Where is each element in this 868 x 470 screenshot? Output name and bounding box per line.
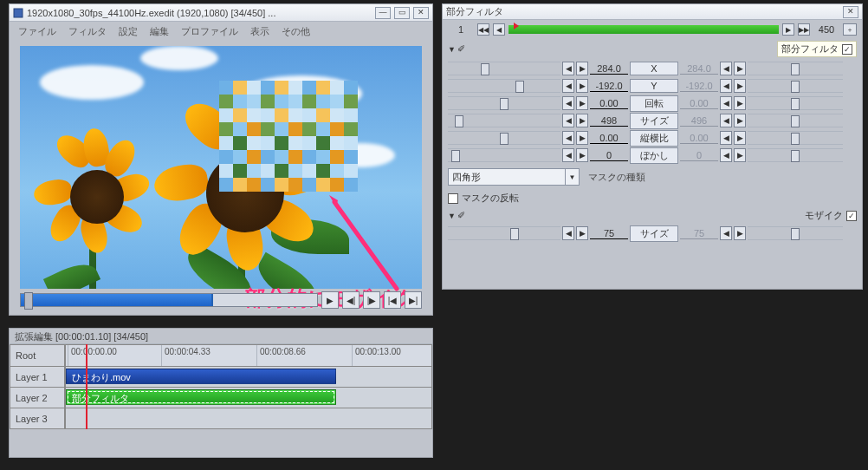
filter-clip[interactable]: 部分フィルタ [66, 389, 336, 405]
mosaic-size-value-left[interactable]: 75 [590, 228, 628, 239]
param-value-right[interactable]: 0 [680, 150, 718, 161]
param-value-left[interactable]: 0.00 [590, 133, 628, 144]
param-inc[interactable]: ▶ [576, 114, 588, 127]
frame-next-end-button[interactable]: ▶▶ [798, 23, 810, 36]
param-dec-r[interactable]: ◀ [720, 96, 732, 110]
param-label-button[interactable]: サイズ [630, 113, 678, 129]
param-value-right[interactable]: 284.0 [680, 63, 718, 75]
param-inc-r[interactable]: ▶ [734, 62, 746, 75]
param-dec[interactable]: ◀ [562, 96, 574, 110]
param-inc-r[interactable]: ▶ [734, 114, 746, 127]
param-value-left[interactable]: -192.0 [590, 81, 628, 92]
timeline-root-button[interactable]: Root [10, 344, 65, 367]
mosaic-size-inc[interactable]: ▶ [576, 226, 588, 240]
frame-next-button[interactable]: ▶ [782, 23, 794, 36]
menu-profile[interactable]: プロファイル [176, 23, 243, 40]
param-slider-right[interactable] [748, 62, 843, 75]
param-label-button[interactable]: ぼかし [630, 147, 678, 164]
param-label-button[interactable]: Y [630, 79, 678, 93]
menu-view[interactable]: 表示 [245, 23, 275, 40]
step-back-button[interactable]: ◀| [342, 291, 360, 309]
param-label-button[interactable]: 縦横比 [630, 130, 678, 147]
param-slider-left[interactable] [448, 131, 560, 145]
param-value-right[interactable]: 496 [680, 115, 718, 127]
param-value-right[interactable]: -192.0 [680, 81, 718, 92]
param-label-button[interactable]: 回転 [630, 95, 678, 112]
param-dec-r[interactable]: ◀ [720, 148, 732, 162]
param-slider-left[interactable] [448, 148, 560, 162]
scrub-slider[interactable] [20, 293, 318, 307]
param-dec-r[interactable]: ◀ [720, 114, 732, 127]
param-dec[interactable]: ◀ [562, 131, 574, 145]
mosaic-size-dec[interactable]: ◀ [562, 226, 574, 240]
param-dec[interactable]: ◀ [562, 62, 574, 75]
param-value-left[interactable]: 0 [590, 150, 628, 161]
param-slider-right[interactable] [748, 131, 843, 145]
frame-prev-start-button[interactable]: ◀◀ [477, 23, 489, 36]
param-inc[interactable]: ▶ [576, 148, 588, 162]
step-fwd-button[interactable]: |▶ [363, 291, 380, 309]
menu-filter[interactable]: フィルタ [63, 23, 112, 40]
param-slider-right[interactable] [748, 79, 843, 93]
menu-edit[interactable]: 編集 [145, 23, 174, 40]
maximize-button[interactable]: ▭ [394, 7, 410, 19]
param-dec-r[interactable]: ◀ [720, 62, 732, 75]
param-slider-left[interactable] [448, 114, 560, 127]
menu-settings[interactable]: 設定 [113, 23, 143, 40]
minimize-button[interactable]: ― [375, 7, 391, 19]
dropdown-icon[interactable]: ▼ [565, 169, 579, 185]
collapse-icon[interactable]: ▼ [448, 45, 456, 54]
mosaic-size-dec-r[interactable]: ◀ [720, 226, 732, 240]
layer-label[interactable]: Layer 3 [10, 408, 65, 429]
mosaic-size-inc-r[interactable]: ▶ [734, 226, 746, 240]
frame-prev-button[interactable]: ◀ [493, 23, 505, 36]
mosaic-size-slider-right[interactable] [748, 226, 843, 240]
param-slider-right[interactable] [748, 114, 843, 127]
param-slider-right[interactable] [748, 148, 843, 162]
time-ruler[interactable]: 00:00:00.00 00:00:04.33 00:00:08.66 00:0… [65, 344, 432, 367]
mask-invert-checkbox[interactable] [448, 193, 458, 204]
param-dec[interactable]: ◀ [562, 114, 574, 127]
param-slider-left[interactable] [448, 79, 560, 93]
param-slider-left[interactable] [448, 62, 560, 75]
param-inc-r[interactable]: ▶ [734, 79, 746, 93]
param-value-right[interactable]: 0.00 [680, 133, 718, 144]
param-dec-r[interactable]: ◀ [720, 79, 732, 93]
filter-close-button[interactable]: ✕ [843, 6, 858, 18]
layer-3-track[interactable] [65, 408, 432, 429]
param-inc-r[interactable]: ▶ [734, 96, 746, 110]
collapse-icon[interactable]: ▼ [448, 212, 456, 220]
param-inc[interactable]: ▶ [576, 62, 588, 75]
param-inc[interactable]: ▶ [576, 131, 588, 145]
frame-slider[interactable] [508, 25, 779, 34]
param-dec[interactable]: ◀ [562, 148, 574, 162]
param-slider-left[interactable] [448, 96, 560, 110]
layer-2-track[interactable]: 部分フィルタ [65, 388, 432, 408]
mosaic-size-slider-left[interactable] [448, 226, 560, 240]
layer-label[interactable]: Layer 1 [10, 367, 65, 388]
menu-file[interactable]: ファイル [13, 23, 62, 40]
mosaic-size-label[interactable]: サイズ [630, 225, 678, 242]
param-inc-r[interactable]: ▶ [734, 131, 746, 145]
mosaic-size-value-right[interactable]: 75 [680, 228, 718, 239]
close-button[interactable]: ✕ [413, 7, 429, 19]
param-label-button[interactable]: X [630, 62, 678, 75]
param-slider-right[interactable] [748, 96, 843, 110]
mosaic-enable-checkbox[interactable]: ✓ [846, 211, 857, 221]
menu-other[interactable]: その他 [276, 23, 315, 40]
param-dec-r[interactable]: ◀ [720, 131, 732, 145]
frame-add-button[interactable]: ＋ [843, 23, 857, 36]
mask-type-dropdown[interactable]: 四角形 ▼ [448, 168, 580, 186]
param-inc[interactable]: ▶ [576, 79, 588, 93]
layer-label[interactable]: Layer 2 [10, 388, 65, 408]
param-value-left[interactable]: 0.00 [590, 98, 628, 109]
filter-enable-checkbox[interactable]: ✓ [842, 44, 852, 55]
play-button[interactable]: ▶ [321, 291, 339, 309]
video-clip[interactable]: ひまわり.mov [66, 369, 336, 384]
param-dec[interactable]: ◀ [562, 79, 574, 93]
param-value-left[interactable]: 284.0 [590, 63, 628, 75]
param-value-right[interactable]: 0.00 [680, 98, 718, 109]
layer-1-track[interactable]: ひまわり.mov [65, 367, 432, 388]
skip-fwd-button[interactable]: ▶| [405, 291, 422, 309]
skip-back-button[interactable]: |◀ [384, 291, 401, 309]
